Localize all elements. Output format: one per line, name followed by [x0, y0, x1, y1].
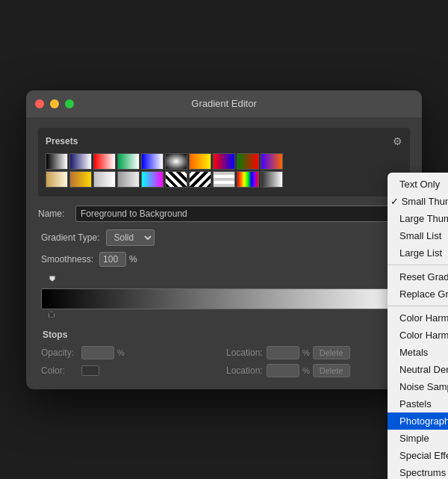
preset-swatch[interactable]	[165, 153, 187, 170]
preset-swatch[interactable]	[213, 171, 235, 188]
gradient-type-row: Gradient Type: Solid Noise	[38, 229, 410, 246]
preset-swatch[interactable]	[141, 153, 164, 170]
menu-item-small-thumbnail[interactable]: Small Thumbnail	[388, 193, 448, 210]
menu-separator	[388, 265, 448, 265]
color-location-unit: %	[302, 366, 310, 375]
title-bar: Gradient Editor	[26, 90, 422, 117]
color-location-input[interactable]	[267, 364, 299, 377]
opacity-input[interactable]	[81, 346, 114, 359]
gradient-editor-window: Gradient Editor Presets ⚙	[26, 90, 422, 389]
opacity-unit: %	[117, 348, 125, 357]
preset-swatch[interactable]	[141, 171, 164, 188]
smoothness-row: Smoothness: %	[38, 252, 410, 267]
gradient-bar-section	[38, 276, 410, 322]
presets-row-2	[46, 171, 402, 188]
opacity-stop-marker	[49, 276, 55, 282]
menu-item-color-harmonies-2[interactable]: Color Harmonies 2	[388, 327, 448, 344]
menu-item-color-harmonies-1[interactable]: Color Harmonies 1	[388, 309, 448, 327]
presets-section: Presets ⚙	[38, 128, 410, 197]
preset-swatch[interactable]	[237, 171, 259, 188]
color-delete-button[interactable]: Delete	[313, 364, 350, 377]
opacity-label: Opacity:	[41, 347, 78, 358]
name-input[interactable]	[75, 205, 410, 222]
close-button[interactable]	[35, 99, 44, 108]
menu-item-replace-gradients[interactable]: Replace Gradients...	[388, 285, 448, 303]
menu-item-large-thumbnail[interactable]: Large Thumbnail	[388, 210, 448, 227]
menu-item-metals[interactable]: Metals	[388, 344, 448, 361]
smoothness-unit: %	[129, 254, 137, 265]
preset-dropdown-menu: Text OnlySmall ThumbnailLarge ThumbnailS…	[388, 173, 448, 480]
minimize-button[interactable]	[50, 99, 59, 108]
preset-swatch[interactable]	[261, 153, 283, 170]
menu-item-neutral-density[interactable]: Neutral Density	[388, 361, 448, 378]
presets-label: Presets	[46, 136, 78, 146]
preset-swatch[interactable]	[93, 171, 116, 188]
opacity-stops-row	[41, 276, 407, 286]
opacity-location-label: Location:	[226, 347, 264, 358]
menu-item-photographic-toning[interactable]: Photographic Toning	[388, 412, 448, 430]
stops-label: Stops	[41, 330, 407, 340]
stops-fields: Opacity: % Location: % Delete Color:	[41, 346, 407, 377]
color-stop-left[interactable]	[49, 312, 56, 322]
menu-item-simple[interactable]: Simple	[388, 430, 448, 447]
color-stops-row	[41, 312, 407, 322]
preset-swatch[interactable]	[213, 153, 235, 170]
preset-swatch[interactable]	[261, 171, 283, 188]
window-title: Gradient Editor	[191, 98, 256, 109]
presets-header: Presets ⚙	[46, 135, 402, 147]
traffic-lights	[35, 99, 74, 108]
gradient-type-label: Gradient Type:	[41, 232, 100, 243]
color-location-row: Location: % Delete	[226, 364, 407, 377]
opacity-stop[interactable]	[49, 276, 56, 286]
menu-item-special-effects[interactable]: Special Effects	[388, 447, 448, 464]
opacity-location-unit: %	[302, 348, 310, 357]
preset-swatch[interactable]	[93, 153, 116, 170]
smoothness-label: Smoothness:	[41, 254, 93, 265]
opacity-location-row: Location: % Delete	[226, 346, 407, 359]
menu-separator	[388, 306, 448, 306]
menu-item-large-list[interactable]: Large List	[388, 244, 448, 262]
gear-icon[interactable]: ⚙	[393, 135, 402, 147]
color-swatch[interactable]	[81, 365, 99, 376]
smoothness-input[interactable]	[99, 252, 126, 267]
color-field-row: Color:	[41, 364, 222, 377]
window-content: Presets ⚙	[26, 117, 422, 389]
presets-row-1	[46, 153, 402, 170]
preset-swatch[interactable]	[69, 171, 92, 188]
preset-swatch[interactable]	[189, 171, 211, 188]
preset-swatch[interactable]	[69, 153, 92, 170]
preset-swatch[interactable]	[189, 153, 211, 170]
gradient-type-select[interactable]: Solid Noise	[106, 229, 155, 246]
gradient-preview-bar[interactable]	[41, 288, 407, 309]
menu-item-small-list[interactable]: Small List	[388, 227, 448, 244]
color-location-label: Location:	[226, 365, 264, 376]
menu-item-text-only[interactable]: Text Only	[388, 176, 448, 193]
color-label: Color:	[41, 365, 78, 376]
opacity-location-input[interactable]	[267, 346, 299, 359]
preset-swatch[interactable]	[165, 171, 187, 188]
preset-swatch[interactable]	[46, 153, 68, 170]
name-label: Name:	[38, 208, 75, 219]
menu-item-reset-gradients[interactable]: Reset Gradients...	[388, 268, 448, 285]
opacity-delete-button[interactable]: Delete	[313, 346, 350, 359]
menu-item-spectrums[interactable]: Spectrums	[388, 464, 448, 480]
opacity-field-row: Opacity: %	[41, 346, 222, 359]
stops-section: Stops Opacity: % Location: % Delete Col	[38, 330, 410, 377]
color-stop-marker	[49, 312, 55, 318]
name-row: Name:	[38, 205, 410, 222]
preset-swatch[interactable]	[117, 153, 140, 170]
preset-swatch[interactable]	[117, 171, 140, 188]
menu-item-noise-samples[interactable]: Noise Samples	[388, 378, 448, 395]
maximize-button[interactable]	[65, 99, 74, 108]
preset-swatch[interactable]	[237, 153, 259, 170]
preset-swatch[interactable]	[46, 171, 68, 188]
menu-item-pastels[interactable]: Pastels	[388, 395, 448, 412]
